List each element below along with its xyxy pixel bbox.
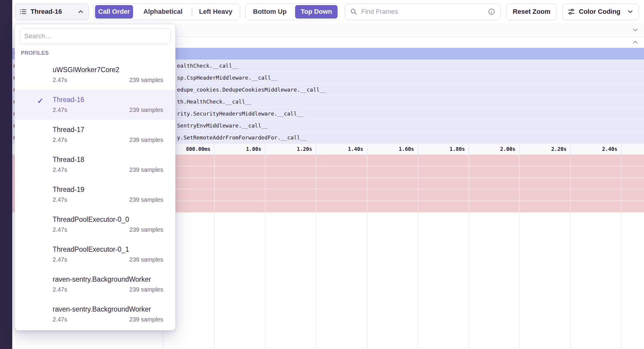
gridline xyxy=(418,213,418,349)
axis-tick-label: 800.00ms xyxy=(186,146,210,152)
axis-tick-label: 2.20s xyxy=(551,146,567,152)
profile-duration: 2.47s xyxy=(53,196,67,204)
profiles-list: uWSGIWorker7Core22.47s239 samples✓Thread… xyxy=(15,60,175,329)
profile-duration: 2.47s xyxy=(53,256,67,263)
profile-duration: 2.47s xyxy=(53,315,67,323)
axis-tick-line xyxy=(418,144,418,154)
segment-left-heavy[interactable]: Left Heavy xyxy=(192,4,240,20)
direction-mode-segmented-control: Bottom UpTop Down xyxy=(245,4,339,20)
profile-item[interactable]: Thread-182.47s239 samples xyxy=(15,150,175,180)
profile-item[interactable]: Thread-192.47s239 samples xyxy=(15,180,175,210)
thread-selector-dropdown: PROFILES uWSGIWorker7Core22.47s239 sampl… xyxy=(15,24,176,330)
flame-row-frame-text: sp.CspHeaderMiddleware.__call__ xyxy=(177,75,277,81)
profile-item[interactable]: ✓Thread-162.47s239 samples xyxy=(15,90,175,120)
gridline xyxy=(519,213,520,349)
gridline xyxy=(214,213,215,349)
axis-tick-label: 1.00s xyxy=(246,146,261,152)
gridline xyxy=(418,155,418,213)
color-coding-button[interactable]: Color Coding xyxy=(562,4,639,20)
axis-tick-label: 1.40s xyxy=(348,146,363,152)
profile-sample-count: 239 samples xyxy=(129,76,163,84)
flame-row-frame-text: rity.SecurityHeadersMiddleware.__call__ xyxy=(177,110,303,117)
profile-item[interactable]: raven-sentry.BackgroundWorker2.47s239 sa… xyxy=(15,299,175,329)
gridline xyxy=(367,155,367,213)
gridline xyxy=(570,155,571,213)
profile-sample-count: 239 samples xyxy=(129,166,163,174)
axis-tick-label: 2.40s xyxy=(602,146,617,152)
gridline xyxy=(265,155,265,213)
gridline xyxy=(214,155,215,213)
gridline xyxy=(468,155,469,213)
color-coding-label: Color Coding xyxy=(579,8,620,16)
thread-selector-label: Thread-16 xyxy=(30,8,62,16)
axis-tick-line xyxy=(265,144,265,154)
profile-item[interactable]: raven-sentry.BackgroundWorker2.47s239 sa… xyxy=(15,269,175,299)
profiles-section-label: PROFILES xyxy=(15,44,175,60)
axis-tick-line xyxy=(468,144,469,154)
gridline xyxy=(316,213,316,349)
profile-sample-count: 239 samples xyxy=(129,256,163,263)
profile-duration: 2.47s xyxy=(53,166,67,174)
segment-top-down[interactable]: Top Down xyxy=(295,5,338,19)
reset-zoom-label: Reset Zoom xyxy=(513,8,550,16)
profile-duration: 2.47s xyxy=(53,106,67,114)
dropdown-search-box[interactable] xyxy=(20,28,170,44)
axis-tick-line xyxy=(570,144,571,154)
profile-sample-count: 239 samples xyxy=(129,136,163,144)
chevron-down-icon xyxy=(627,8,634,15)
toolbar: Thread-16 Call OrderAlphabeticalLeft Hea… xyxy=(12,0,644,23)
profile-duration: 2.47s xyxy=(53,286,67,293)
profile-name: ThreadPoolExecutor-0_0 xyxy=(53,215,163,224)
gridline xyxy=(570,213,571,349)
find-frames-search[interactable] xyxy=(345,4,500,20)
axis-tick-line xyxy=(621,144,622,154)
expand-minimap-chevron-down-icon[interactable] xyxy=(631,26,639,34)
profile-name: Thread-16 xyxy=(53,95,163,104)
axis-tick-label: 1.80s xyxy=(450,146,465,152)
segment-bottom-up[interactable]: Bottom Up xyxy=(246,4,294,20)
flame-row-frame-text: SentryEnvMiddleware.__call__ xyxy=(177,122,268,129)
profile-item[interactable]: Thread-172.47s239 samples xyxy=(15,120,175,150)
thread-selector-button[interactable]: Thread-16 xyxy=(15,4,89,20)
profile-item[interactable]: ThreadPoolExecutor-0_02.47s239 samples xyxy=(15,210,175,239)
segment-alphabetical[interactable]: Alphabetical xyxy=(134,4,192,20)
reset-zoom-button[interactable]: Reset Zoom xyxy=(506,4,557,20)
find-frames-input[interactable] xyxy=(361,8,484,16)
profile-sample-count: 239 samples xyxy=(129,196,163,204)
flame-row-frame-text: ealthCheck.__call__ xyxy=(177,63,239,69)
sort-mode-segmented-control: Call OrderAlphabeticalLeft Heavy xyxy=(94,4,240,20)
segment-call-order[interactable]: Call Order xyxy=(95,5,133,19)
search-icon xyxy=(350,8,358,16)
profile-name: Thread-19 xyxy=(53,185,163,194)
gridline xyxy=(316,155,316,213)
axis-tick-label: 1.60s xyxy=(399,146,414,152)
profiler-app: Thread-16 Call OrderAlphabeticalLeft Hea… xyxy=(0,0,644,349)
gridline xyxy=(367,213,367,349)
profile-sample-count: 239 samples xyxy=(129,106,163,114)
list-icon xyxy=(19,8,27,16)
info-icon[interactable] xyxy=(488,8,495,16)
profile-name: Thread-17 xyxy=(53,125,163,134)
profile-name: Thread-18 xyxy=(53,155,163,164)
flame-row-frame-text: th.HealthCheck.__call__ xyxy=(177,98,251,105)
chevron-up-icon xyxy=(77,8,84,15)
profile-sample-count: 239 samples xyxy=(129,315,163,323)
gridline xyxy=(621,155,622,213)
profile-duration: 2.47s xyxy=(53,76,67,84)
profile-duration: 2.47s xyxy=(53,136,67,144)
gridline xyxy=(468,213,469,349)
app-nav-sidebar-sliver xyxy=(0,0,12,349)
flame-row-frame-text: edupe_cookies.DedupeCookiesMiddleware.__… xyxy=(177,87,326,93)
profile-item[interactable]: uWSGIWorker7Core22.47s239 samples xyxy=(15,60,175,90)
axis-tick-line xyxy=(214,144,215,154)
axis-tick-label: 2.00s xyxy=(500,146,515,152)
dropdown-search-input[interactable] xyxy=(24,32,166,40)
profile-name: raven-sentry.BackgroundWorker xyxy=(53,305,163,314)
axis-tick-line xyxy=(316,144,316,154)
collapse-flamegraph-chevron-up-icon[interactable] xyxy=(631,38,639,46)
profile-sample-count: 239 samples xyxy=(129,286,163,293)
sliders-icon xyxy=(567,8,575,16)
profile-item[interactable]: ThreadPoolExecutor-0_12.47s239 samples xyxy=(15,239,175,269)
gridline xyxy=(519,155,520,213)
profile-name: uWSGIWorker7Core2 xyxy=(53,65,163,74)
